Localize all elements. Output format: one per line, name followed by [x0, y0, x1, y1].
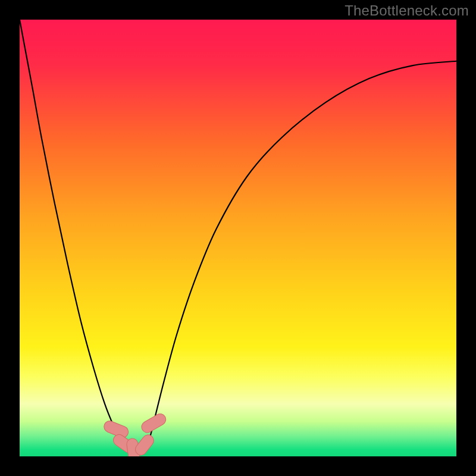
watermark-text: TheBottleneck.com [345, 2, 469, 19]
chart-frame: TheBottleneck.com [0, 0, 476, 476]
bottleneck-curve [20, 20, 456, 456]
plot-area [20, 20, 456, 456]
curve-marker [140, 412, 168, 435]
